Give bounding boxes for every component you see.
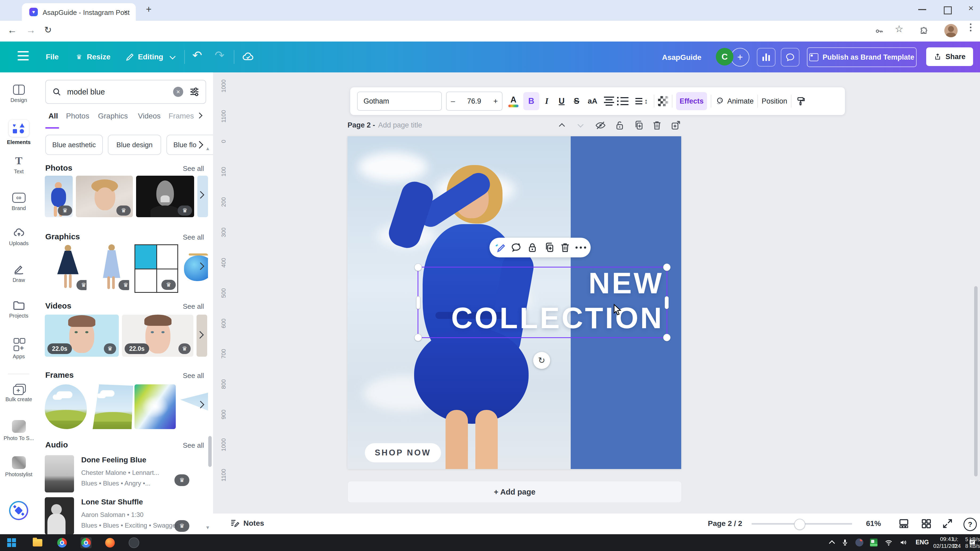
forward-button[interactable]: →	[26, 24, 36, 36]
tabs-overflow-chevron-icon[interactable]	[197, 113, 203, 119]
editing-mode-menu[interactable]: Editing	[138, 53, 163, 61]
photo-thumbnail-2[interactable]: ♛	[76, 176, 133, 217]
file-menu[interactable]: File	[46, 53, 59, 61]
panel-scroll-up-icon[interactable]: ▲	[205, 146, 210, 151]
notes-button[interactable]: Notes	[229, 518, 264, 529]
font-size-decrease[interactable]: –	[451, 97, 455, 105]
videos-see-all[interactable]: See all	[175, 302, 204, 311]
frame-thumbnail-3[interactable]	[135, 384, 176, 429]
wif-icon[interactable]	[883, 537, 894, 548]
app-icon-dark[interactable]	[128, 537, 140, 548]
audio-see-all[interactable]: See all	[175, 441, 204, 449]
tab-close-icon[interactable]: ×	[124, 8, 128, 16]
hide-page-button[interactable]	[595, 120, 606, 131]
lock-page-button[interactable]	[614, 120, 625, 131]
back-button[interactable]: ←	[8, 24, 17, 36]
font-family-selector[interactable]: Gotham	[357, 92, 442, 111]
selection-handle-w[interactable]	[416, 296, 420, 309]
sidebar-item-text[interactable]: T Text	[0, 156, 38, 185]
copy-style-roller-icon[interactable]	[795, 96, 806, 106]
magic-assistant-button[interactable]	[9, 501, 28, 520]
bookmark-star-icon[interactable]: ☆	[895, 24, 903, 35]
comments-icon[interactable]	[781, 48, 799, 67]
editing-chevron-icon[interactable]	[170, 54, 176, 60]
search-box[interactable]: model blue ×	[45, 80, 206, 104]
publish-brand-template-button[interactable]: Publish as Brand Template	[807, 48, 916, 67]
fullscreen-icon[interactable]	[942, 518, 953, 529]
underline-button[interactable]: U	[554, 96, 569, 106]
browser-tab[interactable]: ♥ AsapGuide - Instagram Post ×	[22, 3, 136, 21]
tray-expand-icon[interactable]	[829, 540, 835, 546]
tab-all[interactable]: All	[48, 112, 58, 120]
more-options-button[interactable]	[576, 246, 586, 249]
browser-profile-avatar[interactable]	[944, 24, 958, 37]
sidebar-item-photo-to-sketch[interactable]: Photo To S...	[0, 420, 38, 450]
chip-blue-design[interactable]: Blue design	[108, 135, 161, 155]
selection-handle-se[interactable]	[663, 334, 671, 341]
password-manager-icon[interactable]	[875, 27, 884, 36]
chrome-icon[interactable]	[56, 537, 68, 548]
share-button[interactable]: Share	[926, 48, 973, 66]
search-clear-icon[interactable]: ×	[173, 87, 183, 97]
file-explorer-icon[interactable]	[32, 537, 43, 548]
microphone-tray-icon[interactable]	[839, 537, 851, 548]
clock[interactable]: 09:41 02/11/2024	[933, 536, 961, 549]
photo-thumbnail-3[interactable]: ♛	[136, 176, 194, 217]
font-size-stepper[interactable]: – 76.9 +	[446, 92, 503, 111]
delete-page-button[interactable]	[651, 120, 663, 131]
tab-frames[interactable]: Frames	[169, 112, 194, 120]
tab-graphics[interactable]: Graphics	[98, 112, 128, 120]
photos-see-all[interactable]: See all	[175, 165, 204, 173]
list-button[interactable]	[617, 97, 633, 105]
insights-icon[interactable]	[757, 48, 775, 67]
bold-button[interactable]: B	[523, 92, 539, 110]
duplicate-button[interactable]	[543, 242, 555, 253]
extensions-icon[interactable]	[919, 27, 928, 36]
selection-handle-nw[interactable]	[414, 264, 422, 271]
sidebar-item-bulk-create[interactable]: + Bulk create	[0, 384, 38, 414]
grid-view-icon[interactable]	[920, 518, 932, 529]
add-page-icon-button[interactable]	[670, 120, 681, 131]
lock-button[interactable]	[527, 242, 538, 253]
add-page-button[interactable]: + Add page	[347, 481, 682, 503]
selection-handle-sw[interactable]	[414, 334, 422, 341]
frames-see-all[interactable]: See all	[175, 372, 204, 380]
frame-thumbnail-2[interactable]	[93, 384, 133, 429]
alignment-button[interactable]	[601, 97, 617, 106]
graphic-thumbnail-2[interactable]: ♛	[94, 245, 129, 291]
panel-scrollbar-thumb[interactable]	[208, 436, 212, 467]
window-maximize-button[interactable]	[944, 6, 952, 14]
sidebar-item-projects[interactable]: Projects	[0, 300, 38, 330]
resize-menu[interactable]: Resize	[87, 53, 110, 61]
redo-button[interactable]: ↷	[215, 48, 224, 62]
font-size-increase[interactable]: +	[493, 97, 498, 105]
selection-handle-e[interactable]	[665, 296, 669, 309]
delete-button[interactable]	[559, 242, 571, 253]
chrome-active-icon[interactable]	[80, 537, 92, 548]
start-button[interactable]	[6, 537, 17, 548]
rotate-handle[interactable]: ↻	[533, 352, 550, 369]
strikethrough-button[interactable]: S	[569, 96, 584, 106]
graphic-thumbnail-3[interactable]: ♛	[135, 245, 178, 293]
search-filter-icon[interactable]	[189, 86, 200, 97]
page-title-placeholder[interactable]: Add page title	[378, 121, 422, 129]
panel-scroll-down-icon[interactable]: ▼	[205, 525, 210, 530]
menu-hamburger-icon[interactable]	[18, 51, 29, 60]
spacing-button[interactable]: ↕	[633, 97, 650, 105]
selection-box[interactable]	[418, 267, 667, 338]
search-input[interactable]: model blue	[67, 87, 105, 96]
sidebar-item-apps[interactable]: + Apps	[0, 338, 38, 368]
frame-thumbnail-1[interactable]	[45, 384, 87, 429]
sidebar-item-elements[interactable]: ♥ Elements	[0, 120, 38, 149]
text-case-button[interactable]: aA	[584, 97, 601, 105]
refresh-button[interactable]: ↻	[44, 24, 52, 35]
zoom-slider-thumb[interactable]	[794, 519, 805, 530]
browser-menu-icon[interactable]	[970, 24, 972, 32]
text-color-button[interactable]: A	[508, 95, 519, 107]
sidebar-item-uploads[interactable]: Uploads	[0, 227, 38, 257]
selection-handle-ne[interactable]	[663, 264, 671, 271]
effects-button[interactable]: Effects	[676, 92, 707, 110]
new-tab-button[interactable]: +	[146, 4, 151, 15]
grid-view-timeline-icon[interactable]	[898, 518, 910, 529]
audio-track-row[interactable]: Lone Star Shuffle Aaron Saloman • 1:30 B…	[38, 496, 213, 534]
